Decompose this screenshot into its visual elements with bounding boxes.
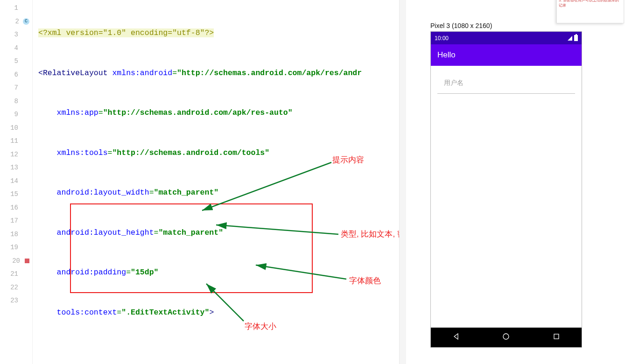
status-time: 10:00 (435, 35, 449, 42)
battery-icon (574, 35, 578, 41)
gutter-row[interactable]: 20 (0, 254, 32, 268)
line-number: 20 (8, 257, 20, 265)
gutter-row[interactable]: 22 (0, 281, 32, 294)
line-number: 15 (6, 190, 18, 198)
line-number: 10 (6, 124, 18, 132)
line-number: 17 (6, 217, 18, 224)
gutter-row[interactable]: 11 (0, 134, 32, 148)
gutter-row[interactable]: 5 (0, 55, 32, 68)
nav-back-icon[interactable] (452, 333, 460, 342)
line-number: 19 (6, 244, 18, 251)
edit-text-hint: 用户名 (444, 79, 463, 87)
gutter-row[interactable]: 10 (0, 121, 32, 135)
app-title: Hello (437, 50, 456, 60)
line-number: 11 (6, 137, 18, 145)
nav-home-icon[interactable] (502, 333, 510, 342)
nav-recent-icon[interactable] (553, 333, 560, 342)
gutter-row[interactable]: 13 (0, 161, 32, 175)
line-number: 13 (6, 164, 18, 171)
editor-scrollbar[interactable] (399, 0, 406, 364)
gutter: 12C34567891011121314151617181920212223 (0, 0, 33, 364)
class-gutter-icon[interactable]: C (23, 18, 29, 25)
line-number: 8 (6, 98, 18, 105)
gutter-row[interactable]: 17 (0, 214, 32, 228)
thumbnail-panel: 3. 加密器在用户可以上传的数据库的记录 (556, 0, 624, 23)
line-number: 2 (7, 18, 19, 25)
color-swatch-icon[interactable] (25, 259, 29, 263)
line-number: 14 (6, 177, 18, 185)
status-bar: 10:00 (431, 32, 582, 44)
phone-content: 用户名 (431, 66, 582, 328)
app-bar: Hello (431, 44, 582, 66)
signal-icon (568, 36, 572, 41)
gutter-row[interactable]: 2C (0, 15, 32, 28)
gutter-row[interactable]: 3 (0, 28, 32, 42)
line-number: 1 (6, 4, 18, 12)
line-number: 21 (6, 270, 18, 278)
line-number: 12 (6, 151, 18, 158)
line-number: 6 (6, 71, 18, 78)
edit-text-field[interactable]: 用户名 (437, 72, 575, 94)
line-number: 7 (6, 84, 18, 91)
gutter-row[interactable]: 12 (0, 148, 32, 161)
line-number: 9 (6, 111, 18, 118)
gutter-row[interactable]: 16 (0, 201, 32, 215)
nav-bar (431, 328, 582, 347)
gutter-row[interactable]: 15 (0, 188, 32, 201)
xml-prolog: <?xml version="1.0" encoding="utf-8"?> (38, 28, 214, 37)
line-number: 4 (6, 44, 18, 52)
code-editor-pane: 12C34567891011121314151617181920212223 <… (0, 0, 406, 364)
gutter-row[interactable]: 4 (0, 42, 32, 55)
annotation-size: 字体大小 (245, 321, 276, 332)
line-number: 18 (6, 231, 18, 238)
gutter-row[interactable]: 1 (0, 1, 32, 15)
device-label: Pixel 3 (1080 x 2160) (430, 22, 492, 29)
gutter-row[interactable]: 7 (0, 81, 32, 95)
annotation-color: 字体颜色 (349, 275, 381, 286)
gutter-row[interactable]: 6 (0, 68, 32, 82)
line-number: 22 (6, 284, 18, 291)
gutter-row[interactable]: 18 (0, 228, 32, 241)
device-frame: 10:00 Hello 用户名 (430, 31, 582, 348)
svg-rect-5 (554, 334, 559, 339)
gutter-row[interactable]: 14 (0, 175, 32, 188)
svg-point-4 (503, 334, 509, 339)
gutter-row[interactable]: 21 (0, 267, 32, 281)
gutter-row[interactable]: 19 (0, 241, 32, 254)
preview-pane: 3. 加密器在用户可以上传的数据库的记录 Pixel 3 (1080 x 216… (406, 0, 625, 364)
line-number: 16 (6, 204, 18, 211)
code-area[interactable]: <?xml version="1.0" encoding="utf-8"?> <… (33, 0, 406, 364)
line-number: 5 (6, 57, 18, 65)
line-number: 3 (6, 31, 18, 38)
gutter-row[interactable]: 9 (0, 108, 32, 121)
line-number: 23 (6, 297, 18, 304)
annotation-hint: 提示内容 (332, 154, 364, 165)
gutter-row[interactable]: 8 (0, 95, 32, 108)
gutter-row[interactable]: 23 (0, 294, 32, 308)
